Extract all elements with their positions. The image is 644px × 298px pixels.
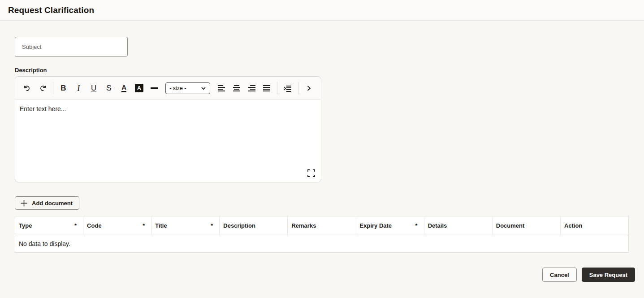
column-header-type[interactable]: Type * <box>15 216 83 235</box>
fullscreen-button[interactable] <box>306 168 316 178</box>
plus-icon <box>20 199 28 207</box>
toolbar-separator <box>298 82 298 95</box>
editor-content-area[interactable]: Enter text here... <box>15 100 321 182</box>
column-header-details[interactable]: Details <box>424 216 493 235</box>
align-left-button[interactable] <box>215 82 228 95</box>
indent-button[interactable] <box>281 82 294 95</box>
column-header-title[interactable]: Title * <box>151 216 220 235</box>
editor-toolbar: B I U S A A - size - <box>15 77 321 100</box>
description-label: Description <box>15 67 635 73</box>
add-document-button[interactable]: Add document <box>15 196 79 210</box>
chevron-right-icon <box>306 85 312 91</box>
documents-table-header: Type * Code * Title * Description Remark… <box>15 216 628 235</box>
footer-actions: Cancel Save Request <box>15 268 635 282</box>
font-size-select-value: - size - <box>169 85 186 91</box>
horizontal-rule-icon <box>151 87 158 89</box>
justify-button[interactable] <box>261 82 273 95</box>
undo-icon <box>23 84 32 93</box>
background-color-button[interactable]: A <box>133 82 146 95</box>
redo-icon <box>38 84 47 93</box>
chevron-down-icon <box>201 86 206 91</box>
fullscreen-icon <box>307 169 315 177</box>
italic-button[interactable]: I <box>72 82 85 95</box>
column-header-code[interactable]: Code * <box>83 216 151 235</box>
bold-button[interactable]: B <box>57 82 70 95</box>
save-request-button[interactable]: Save Request <box>582 268 635 282</box>
align-left-icon <box>217 84 226 93</box>
strikethrough-button[interactable]: S <box>103 82 115 95</box>
add-document-label: Add document <box>32 200 73 207</box>
underline-icon: U <box>91 84 96 92</box>
background-color-icon: A <box>135 84 143 92</box>
undo-button[interactable] <box>21 82 34 95</box>
column-header-description[interactable]: Description <box>220 216 288 235</box>
font-size-select[interactable]: - size - <box>165 82 210 94</box>
horizontal-rule-button[interactable] <box>148 82 160 95</box>
font-color-icon: A <box>121 84 126 92</box>
cancel-button[interactable]: Cancel <box>542 268 577 282</box>
table-empty-message: No data to display. <box>15 235 628 252</box>
page-header: Request Clarification <box>0 0 644 21</box>
indent-icon <box>283 84 292 93</box>
documents-table: Type * Code * Title * Description Remark… <box>15 216 629 253</box>
editor-placeholder-text: Enter text here... <box>20 105 316 112</box>
required-marker: * <box>211 222 213 229</box>
description-rich-text-editor: B I U S A A - size - <box>15 76 321 182</box>
page-title: Request Clarification <box>8 5 94 15</box>
required-marker: * <box>415 222 418 229</box>
italic-icon: I <box>77 84 80 92</box>
subject-input[interactable] <box>15 37 128 57</box>
align-right-icon <box>247 84 256 93</box>
align-right-button[interactable] <box>246 82 258 95</box>
required-marker: * <box>74 222 77 229</box>
column-header-action[interactable]: Action <box>561 216 628 235</box>
content-area: Description <box>0 37 644 282</box>
redo-button[interactable] <box>36 82 49 95</box>
align-center-button[interactable] <box>230 82 243 95</box>
required-marker: * <box>143 222 145 229</box>
toolbar-separator <box>277 82 277 95</box>
align-center-icon <box>232 84 241 93</box>
font-color-button[interactable]: A <box>118 82 130 95</box>
strikethrough-icon: S <box>106 84 111 92</box>
column-header-remarks[interactable]: Remarks <box>288 216 356 235</box>
underline-button[interactable]: U <box>87 82 100 95</box>
more-tools-button[interactable] <box>303 82 315 95</box>
column-header-document[interactable]: Document <box>493 216 561 235</box>
column-header-expiry-date[interactable]: Expiry Date * <box>356 216 424 235</box>
bold-icon: B <box>61 84 66 92</box>
toolbar-separator <box>53 82 53 95</box>
justify-icon <box>262 84 271 93</box>
